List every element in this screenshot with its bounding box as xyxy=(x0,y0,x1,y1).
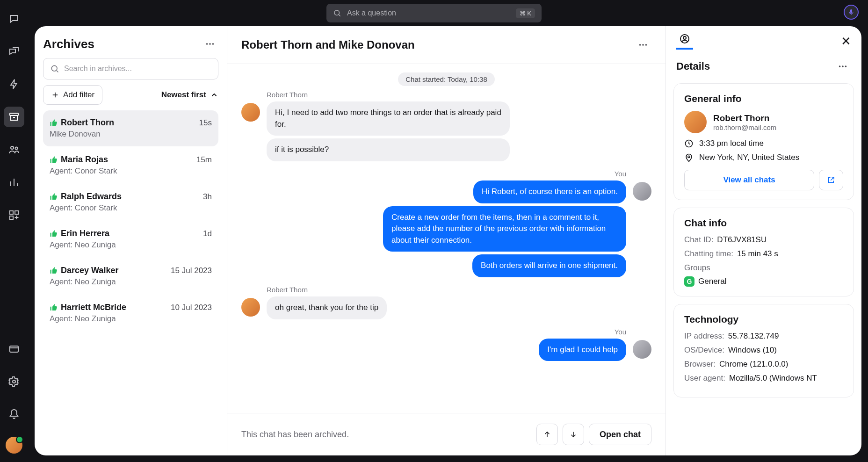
group-name: General xyxy=(698,277,726,286)
browser: Chrome (121.0.0.0) xyxy=(719,360,788,369)
nav-archive-icon[interactable] xyxy=(4,107,24,127)
nav-notifications-icon[interactable] xyxy=(4,404,24,425)
thumbs-up-icon xyxy=(50,119,58,127)
svg-line-1 xyxy=(339,15,340,16)
thumbs-up-icon xyxy=(50,193,58,201)
thumbs-up-icon xyxy=(50,156,58,164)
message-bubble: if it is possible? xyxy=(267,138,510,161)
thumbs-up-icon xyxy=(50,267,58,275)
close-button[interactable]: ✕ xyxy=(841,34,851,49)
tab-customer[interactable] xyxy=(676,33,693,50)
global-search[interactable]: Ask a question ⌘ K xyxy=(326,4,542,22)
message-sender: Robert Thorn xyxy=(267,91,510,99)
svg-point-22 xyxy=(51,65,57,71)
archives-list: Robert Thorn 15s Mike Donovan Maria Roja… xyxy=(43,110,218,331)
agent-avatar xyxy=(633,182,651,201)
voice-button[interactable] xyxy=(844,5,859,20)
nav-chat-icon[interactable] xyxy=(4,8,24,29)
keyboard-shortcut: ⌘ K xyxy=(516,8,535,18)
svg-rect-12 xyxy=(15,211,18,214)
message-bubble: Hi, I need to add two more things to an … xyxy=(267,101,510,136)
svg-point-18 xyxy=(13,380,15,383)
chat-info-card: Chat info Chat ID:DT6JVX81SU Chatting ti… xyxy=(673,208,854,296)
chat-more-button[interactable] xyxy=(635,36,651,53)
archive-item[interactable]: Harriett McBride 10 Jul 2023 Agent: Neo … xyxy=(43,295,218,331)
sort-button[interactable]: Newest first xyxy=(161,90,218,100)
svg-point-7 xyxy=(15,147,18,150)
nav-automation-icon[interactable] xyxy=(4,74,24,94)
archives-search-input[interactable] xyxy=(64,65,211,73)
chat-info-heading: Chat info xyxy=(684,217,843,229)
archives-more-button[interactable] xyxy=(202,36,218,52)
topbar: Ask a question ⌘ K xyxy=(0,0,868,26)
svg-point-32 xyxy=(683,36,686,39)
svg-rect-4 xyxy=(10,113,18,116)
add-filter-button[interactable]: Add filter xyxy=(43,85,102,105)
svg-point-6 xyxy=(11,146,14,149)
search-icon xyxy=(50,64,59,73)
message-bubble: Create a new order from the items, then … xyxy=(383,206,626,252)
svg-point-34 xyxy=(842,65,844,67)
svg-rect-2 xyxy=(850,9,852,13)
user-circle-icon xyxy=(679,33,690,44)
message-group-customer: Robert Thorn Hi, I need to add two more … xyxy=(241,91,651,161)
archives-search[interactable] xyxy=(43,58,218,79)
global-search-placeholder: Ask a question xyxy=(347,9,396,17)
archive-item-name: Robert Thorn xyxy=(61,118,114,128)
message-group-agent: You Hi Robert, of course there is an opt… xyxy=(241,170,651,277)
nav-billing-icon[interactable] xyxy=(4,339,24,359)
customer-name: Robert Thorn xyxy=(713,113,776,123)
dots-icon xyxy=(638,40,648,50)
location: New York, NY, United States xyxy=(699,153,799,162)
archive-item[interactable]: Maria Rojas 15m Agent: Conor Stark xyxy=(43,147,218,183)
archive-item[interactable]: Robert Thorn 15s Mike Donovan xyxy=(43,110,218,146)
technology-card: Technology IP address:55.78.132.749 OS/D… xyxy=(673,304,854,397)
archive-item[interactable]: Darcey Walker 15 Jul 2023 Agent: Neo Zun… xyxy=(43,258,218,294)
scroll-up-button[interactable] xyxy=(536,424,558,445)
chevron-up-icon xyxy=(210,91,218,99)
details-more-button[interactable] xyxy=(834,58,851,75)
group-badge: G xyxy=(684,276,694,287)
archive-item[interactable]: Erin Herrera 1d Agent: Neo Zuniga xyxy=(43,221,218,257)
nav-reports-icon[interactable] xyxy=(4,172,24,193)
message-bubble: Both orders will arrive in one shipment. xyxy=(472,254,626,277)
nav-apps-icon[interactable] xyxy=(4,205,24,225)
svg-point-28 xyxy=(645,44,647,46)
mic-icon xyxy=(847,8,855,16)
nav-settings-icon[interactable] xyxy=(4,371,24,392)
chat-panel: Robert Thorn and Mike Donovan Chat start… xyxy=(227,26,666,455)
message-sender: You xyxy=(615,328,626,336)
svg-rect-13 xyxy=(10,216,13,219)
ip-address: 55.78.132.749 xyxy=(728,332,779,341)
customer-avatar xyxy=(241,298,260,317)
archives-panel: Archives Add filter Newest first Robert … xyxy=(35,26,227,455)
svg-point-20 xyxy=(209,43,211,45)
archives-title: Archives xyxy=(43,37,94,51)
message-bubble: I'm glad I could help xyxy=(539,339,626,361)
chat-id: DT6JVX81SU xyxy=(717,235,767,245)
nav-engage-icon[interactable] xyxy=(4,41,24,62)
svg-point-27 xyxy=(642,44,644,46)
thumbs-up-icon xyxy=(50,303,58,312)
message-group-agent: You I'm glad I could help xyxy=(241,328,651,361)
svg-rect-11 xyxy=(10,211,13,214)
message-sender: You xyxy=(615,170,626,178)
archive-item[interactable]: Ralph Edwards 3h Agent: Conor Stark xyxy=(43,184,218,220)
scroll-down-button[interactable] xyxy=(563,424,584,445)
chat-started-pill: Chat started: Today, 10:38 xyxy=(398,72,495,86)
nav-user-avatar[interactable] xyxy=(6,437,22,454)
nav-team-icon[interactable] xyxy=(4,139,24,160)
svg-point-19 xyxy=(206,43,208,45)
clock-icon xyxy=(684,139,694,148)
svg-point-35 xyxy=(845,65,847,67)
svg-rect-16 xyxy=(10,346,18,352)
workspace: Archives Add filter Newest first Robert … xyxy=(35,26,861,455)
external-link-button[interactable] xyxy=(819,170,843,190)
search-icon xyxy=(333,9,341,17)
message-group-customer: Robert Thorn oh great, thank you for the… xyxy=(241,286,651,319)
details-panel: ✕ Details General info Robert Thorn rob.… xyxy=(666,26,861,455)
svg-point-33 xyxy=(839,65,841,67)
view-all-chats-button[interactable]: View all chats xyxy=(684,170,814,190)
open-chat-button[interactable]: Open chat xyxy=(589,424,651,445)
message-bubble: oh great, thank you for the tip xyxy=(267,296,387,319)
